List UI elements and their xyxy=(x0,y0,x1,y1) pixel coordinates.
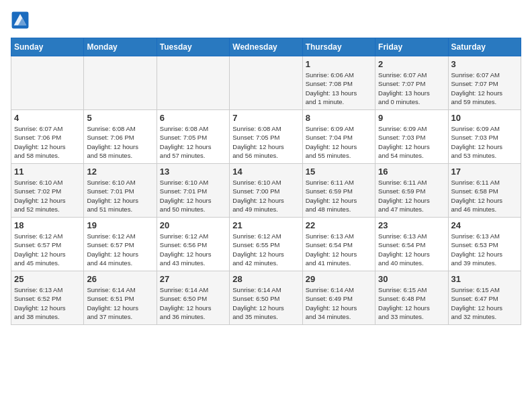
calendar-cell: 14Sunrise: 6:10 AM Sunset: 7:00 PM Dayli… xyxy=(230,164,302,218)
column-header-saturday: Saturday xyxy=(448,38,521,56)
day-number: 8 xyxy=(306,113,372,123)
calendar-cell: 3Sunrise: 6:07 AM Sunset: 7:07 PM Daylig… xyxy=(448,56,521,110)
week-row-3: 11Sunrise: 6:10 AM Sunset: 7:02 PM Dayli… xyxy=(11,164,521,218)
day-info: Sunrise: 6:08 AM Sunset: 7:05 PM Dayligh… xyxy=(160,124,226,160)
day-number: 24 xyxy=(451,220,518,230)
day-number: 17 xyxy=(451,167,518,177)
day-number: 1 xyxy=(306,59,372,69)
calendar-cell: 20Sunrise: 6:12 AM Sunset: 6:56 PM Dayli… xyxy=(157,218,229,271)
day-number: 9 xyxy=(378,113,445,123)
calendar-cell: 9Sunrise: 6:09 AM Sunset: 7:03 PM Daylig… xyxy=(375,110,448,164)
day-info: Sunrise: 6:13 AM Sunset: 6:53 PM Dayligh… xyxy=(451,232,518,267)
day-number: 7 xyxy=(232,113,299,123)
day-number: 3 xyxy=(451,59,518,69)
day-info: Sunrise: 6:07 AM Sunset: 7:06 PM Dayligh… xyxy=(14,124,81,160)
day-number: 5 xyxy=(87,113,153,123)
calendar-cell: 13Sunrise: 6:10 AM Sunset: 7:01 PM Dayli… xyxy=(157,164,229,218)
day-info: Sunrise: 6:09 AM Sunset: 7:03 PM Dayligh… xyxy=(378,124,445,160)
day-info: Sunrise: 6:09 AM Sunset: 7:03 PM Dayligh… xyxy=(451,124,518,160)
day-info: Sunrise: 6:08 AM Sunset: 7:05 PM Dayligh… xyxy=(232,124,299,160)
calendar-cell: 11Sunrise: 6:10 AM Sunset: 7:02 PM Dayli… xyxy=(11,164,84,218)
day-info: Sunrise: 6:10 AM Sunset: 7:00 PM Dayligh… xyxy=(232,178,299,214)
calendar-cell: 10Sunrise: 6:09 AM Sunset: 7:03 PM Dayli… xyxy=(448,110,521,164)
day-number: 15 xyxy=(306,167,372,177)
day-number: 12 xyxy=(87,167,153,177)
calendar-cell: 28Sunrise: 6:14 AM Sunset: 6:50 PM Dayli… xyxy=(230,271,302,325)
week-row-2: 4Sunrise: 6:07 AM Sunset: 7:06 PM Daylig… xyxy=(11,110,521,164)
day-info: Sunrise: 6:15 AM Sunset: 6:47 PM Dayligh… xyxy=(451,285,518,321)
day-info: Sunrise: 6:07 AM Sunset: 7:07 PM Dayligh… xyxy=(378,71,445,106)
calendar-cell: 12Sunrise: 6:10 AM Sunset: 7:01 PM Dayli… xyxy=(84,164,157,218)
header xyxy=(11,11,521,30)
day-number: 13 xyxy=(160,167,226,177)
day-info: Sunrise: 6:12 AM Sunset: 6:57 PM Dayligh… xyxy=(87,232,153,267)
calendar-cell: 26Sunrise: 6:14 AM Sunset: 6:51 PM Dayli… xyxy=(84,271,157,325)
calendar-cell xyxy=(84,56,157,110)
day-info: Sunrise: 6:14 AM Sunset: 6:51 PM Dayligh… xyxy=(87,285,153,321)
day-info: Sunrise: 6:13 AM Sunset: 6:52 PM Dayligh… xyxy=(14,285,81,321)
calendar-cell: 31Sunrise: 6:15 AM Sunset: 6:47 PM Dayli… xyxy=(448,271,521,325)
calendar-cell: 22Sunrise: 6:13 AM Sunset: 6:54 PM Dayli… xyxy=(302,218,375,271)
day-number: 11 xyxy=(14,167,81,177)
column-header-monday: Monday xyxy=(84,38,157,56)
day-number: 28 xyxy=(232,274,299,284)
day-number: 29 xyxy=(306,274,372,284)
day-number: 18 xyxy=(14,220,81,230)
day-number: 23 xyxy=(378,220,445,230)
calendar-cell: 6Sunrise: 6:08 AM Sunset: 7:05 PM Daylig… xyxy=(157,110,229,164)
calendar-cell: 16Sunrise: 6:11 AM Sunset: 6:59 PM Dayli… xyxy=(375,164,448,218)
day-number: 20 xyxy=(160,220,226,230)
day-number: 27 xyxy=(160,274,226,284)
column-header-wednesday: Wednesday xyxy=(230,38,302,56)
day-number: 2 xyxy=(378,59,445,69)
day-info: Sunrise: 6:10 AM Sunset: 7:02 PM Dayligh… xyxy=(14,178,81,214)
day-info: Sunrise: 6:14 AM Sunset: 6:49 PM Dayligh… xyxy=(306,285,372,321)
day-number: 6 xyxy=(160,113,226,123)
day-number: 10 xyxy=(451,113,518,123)
day-number: 4 xyxy=(14,113,81,123)
column-header-friday: Friday xyxy=(375,38,448,56)
day-number: 31 xyxy=(451,274,518,284)
day-number: 19 xyxy=(87,220,153,230)
calendar-cell xyxy=(157,56,229,110)
calendar-cell: 29Sunrise: 6:14 AM Sunset: 6:49 PM Dayli… xyxy=(302,271,375,325)
calendar-cell: 8Sunrise: 6:09 AM Sunset: 7:04 PM Daylig… xyxy=(302,110,375,164)
calendar-cell: 2Sunrise: 6:07 AM Sunset: 7:07 PM Daylig… xyxy=(375,56,448,110)
day-info: Sunrise: 6:12 AM Sunset: 6:55 PM Dayligh… xyxy=(232,232,299,267)
calendar-header-row: SundayMondayTuesdayWednesdayThursdayFrid… xyxy=(11,38,521,56)
day-info: Sunrise: 6:07 AM Sunset: 7:07 PM Dayligh… xyxy=(451,71,518,106)
day-info: Sunrise: 6:12 AM Sunset: 6:57 PM Dayligh… xyxy=(14,232,81,267)
calendar-cell: 7Sunrise: 6:08 AM Sunset: 7:05 PM Daylig… xyxy=(230,110,302,164)
calendar-table: SundayMondayTuesdayWednesdayThursdayFrid… xyxy=(11,38,521,325)
day-info: Sunrise: 6:12 AM Sunset: 6:56 PM Dayligh… xyxy=(160,232,226,267)
calendar-cell: 17Sunrise: 6:11 AM Sunset: 6:58 PM Dayli… xyxy=(448,164,521,218)
day-number: 14 xyxy=(232,167,299,177)
day-info: Sunrise: 6:08 AM Sunset: 7:06 PM Dayligh… xyxy=(87,124,153,160)
day-info: Sunrise: 6:13 AM Sunset: 6:54 PM Dayligh… xyxy=(378,232,445,267)
day-number: 26 xyxy=(87,274,153,284)
calendar-cell: 30Sunrise: 6:15 AM Sunset: 6:48 PM Dayli… xyxy=(375,271,448,325)
calendar-cell: 25Sunrise: 6:13 AM Sunset: 6:52 PM Dayli… xyxy=(11,271,84,325)
calendar-cell: 5Sunrise: 6:08 AM Sunset: 7:06 PM Daylig… xyxy=(84,110,157,164)
column-header-tuesday: Tuesday xyxy=(157,38,229,56)
calendar-cell xyxy=(11,56,84,110)
week-row-1: 1Sunrise: 6:06 AM Sunset: 7:08 PM Daylig… xyxy=(11,56,521,110)
day-info: Sunrise: 6:14 AM Sunset: 6:50 PM Dayligh… xyxy=(232,285,299,321)
calendar-cell: 18Sunrise: 6:12 AM Sunset: 6:57 PM Dayli… xyxy=(11,218,84,271)
day-info: Sunrise: 6:10 AM Sunset: 7:01 PM Dayligh… xyxy=(87,178,153,214)
logo-icon xyxy=(11,11,30,30)
day-number: 16 xyxy=(378,167,445,177)
day-info: Sunrise: 6:09 AM Sunset: 7:04 PM Dayligh… xyxy=(306,124,372,160)
day-info: Sunrise: 6:10 AM Sunset: 7:01 PM Dayligh… xyxy=(160,178,226,214)
week-row-4: 18Sunrise: 6:12 AM Sunset: 6:57 PM Dayli… xyxy=(11,218,521,271)
day-number: 30 xyxy=(378,274,445,284)
calendar-cell: 1Sunrise: 6:06 AM Sunset: 7:08 PM Daylig… xyxy=(302,56,375,110)
day-number: 21 xyxy=(232,220,299,230)
day-number: 22 xyxy=(306,220,372,230)
day-info: Sunrise: 6:11 AM Sunset: 6:59 PM Dayligh… xyxy=(306,178,372,214)
day-info: Sunrise: 6:15 AM Sunset: 6:48 PM Dayligh… xyxy=(378,285,445,321)
calendar-cell xyxy=(230,56,302,110)
calendar-cell: 21Sunrise: 6:12 AM Sunset: 6:55 PM Dayli… xyxy=(230,218,302,271)
calendar-cell: 19Sunrise: 6:12 AM Sunset: 6:57 PM Dayli… xyxy=(84,218,157,271)
day-number: 25 xyxy=(14,274,81,284)
